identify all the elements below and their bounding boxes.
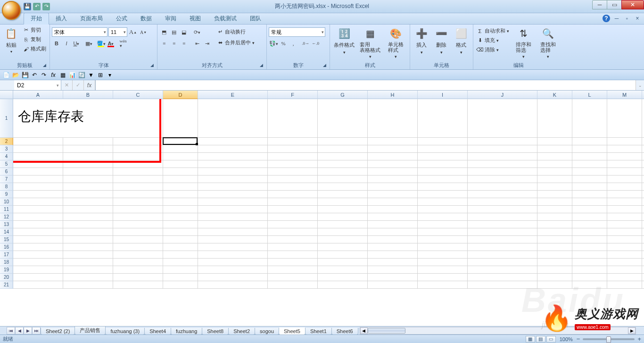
cell[interactable] xyxy=(368,221,418,228)
cell[interactable] xyxy=(537,145,572,153)
cell[interactable] xyxy=(368,153,418,160)
cell[interactable] xyxy=(607,281,642,289)
cell[interactable] xyxy=(163,138,198,145)
cell[interactable] xyxy=(642,183,644,191)
cell[interactable] xyxy=(268,168,318,176)
insert-cells-button[interactable]: ➕插入▾ xyxy=(412,25,431,56)
cell[interactable] xyxy=(198,153,268,160)
cell[interactable] xyxy=(63,228,113,236)
indent-increase-button[interactable]: ⇥ xyxy=(202,39,212,48)
cell[interactable] xyxy=(368,228,418,236)
cell[interactable] xyxy=(368,168,418,176)
sheet-tab[interactable]: Sheet8 xyxy=(202,328,229,335)
cell[interactable] xyxy=(537,221,572,228)
cell[interactable] xyxy=(113,198,163,206)
cell[interactable] xyxy=(318,251,368,259)
cell[interactable] xyxy=(468,183,537,191)
clipboard-launcher[interactable]: ◢ xyxy=(42,63,47,67)
cell[interactable] xyxy=(113,221,163,228)
cell[interactable] xyxy=(13,281,63,289)
cell[interactable] xyxy=(318,243,368,251)
cell[interactable] xyxy=(537,236,572,243)
cell[interactable] xyxy=(368,266,418,274)
cell[interactable] xyxy=(607,183,642,191)
cell[interactable] xyxy=(13,259,63,266)
cell[interactable] xyxy=(468,221,537,228)
cell[interactable] xyxy=(198,168,268,176)
cell[interactable] xyxy=(268,138,318,145)
cell[interactable] xyxy=(13,213,63,221)
cell[interactable] xyxy=(418,243,468,251)
tab-view[interactable]: 视图 xyxy=(183,13,207,24)
sheet-tab[interactable]: 产品销售 xyxy=(74,326,106,335)
cell[interactable] xyxy=(537,228,572,236)
cell[interactable] xyxy=(642,259,644,266)
cell[interactable] xyxy=(418,281,468,289)
row-header-15[interactable]: 15 xyxy=(0,236,13,243)
minimize-button[interactable]: ─ xyxy=(592,0,607,9)
col-header-H[interactable]: H xyxy=(368,91,418,99)
cell[interactable] xyxy=(537,274,572,281)
zoom-in-button[interactable]: + xyxy=(637,335,641,343)
cell[interactable] xyxy=(418,213,468,221)
qat-more-icon[interactable]: ▾ xyxy=(106,71,114,79)
cell[interactable] xyxy=(113,228,163,236)
conditional-formatting-button[interactable]: 🔢条件格式▾ xyxy=(332,25,356,56)
cell[interactable] xyxy=(607,259,642,266)
cell[interactable] xyxy=(572,99,607,138)
cells-area[interactable]: 仓库库存表 xyxy=(13,99,644,326)
cell[interactable] xyxy=(13,176,63,183)
cell[interactable] xyxy=(113,274,163,281)
formula-input[interactable] xyxy=(95,80,636,90)
cell[interactable] xyxy=(418,221,468,228)
cell[interactable] xyxy=(572,213,607,221)
cell-A1-merged[interactable]: 仓库库存表 xyxy=(13,99,163,138)
qat-filter-icon[interactable]: ▼ xyxy=(87,71,95,79)
name-box[interactable]: D2 xyxy=(14,80,61,90)
cell[interactable] xyxy=(572,251,607,259)
cell[interactable] xyxy=(537,251,572,259)
cell[interactable] xyxy=(113,243,163,251)
cell[interactable] xyxy=(368,145,418,153)
cell[interactable] xyxy=(368,198,418,206)
cell[interactable] xyxy=(418,259,468,266)
help-icon[interactable]: ? xyxy=(603,15,610,22)
cell[interactable] xyxy=(113,259,163,266)
cell[interactable] xyxy=(537,259,572,266)
cell[interactable] xyxy=(198,228,268,236)
cell[interactable] xyxy=(572,243,607,251)
cell[interactable] xyxy=(572,274,607,281)
pagelayout-view-button[interactable]: ▤ xyxy=(536,336,545,343)
cell[interactable] xyxy=(198,198,268,206)
cell[interactable] xyxy=(537,281,572,289)
fill-color-button[interactable]: 🪣▾ xyxy=(96,39,106,48)
last-sheet-button[interactable]: ⏭ xyxy=(32,327,41,335)
indent-decrease-button[interactable]: ⇤ xyxy=(192,39,202,48)
cell[interactable] xyxy=(607,213,642,221)
cell[interactable] xyxy=(113,191,163,198)
cell[interactable] xyxy=(468,145,537,153)
cell[interactable] xyxy=(163,243,198,251)
cell[interactable] xyxy=(163,191,198,198)
cell[interactable] xyxy=(268,221,318,228)
col-header-G[interactable]: G xyxy=(318,91,368,99)
find-select-button[interactable]: 🔍查找和 选择▾ xyxy=(536,25,560,60)
cell[interactable] xyxy=(318,183,368,191)
cell[interactable] xyxy=(63,153,113,160)
cell[interactable] xyxy=(572,153,607,160)
cell[interactable] xyxy=(607,206,642,213)
cell[interactable] xyxy=(572,138,607,145)
fill-button[interactable]: ⬇填充▾ xyxy=(475,36,511,45)
cell[interactable] xyxy=(537,266,572,274)
format-as-table-button[interactable]: ▦套用 表格格式▾ xyxy=(357,25,383,60)
close-button[interactable]: ✕ xyxy=(621,0,644,9)
cell[interactable] xyxy=(198,274,268,281)
cell[interactable] xyxy=(198,145,268,153)
cell[interactable] xyxy=(163,281,198,289)
cell[interactable] xyxy=(607,160,642,168)
select-all-button[interactable] xyxy=(0,91,13,99)
cell[interactable] xyxy=(368,191,418,198)
cell[interactable] xyxy=(13,145,63,153)
cell[interactable] xyxy=(63,176,113,183)
qat-undo2-icon[interactable]: ↶ xyxy=(30,71,39,79)
